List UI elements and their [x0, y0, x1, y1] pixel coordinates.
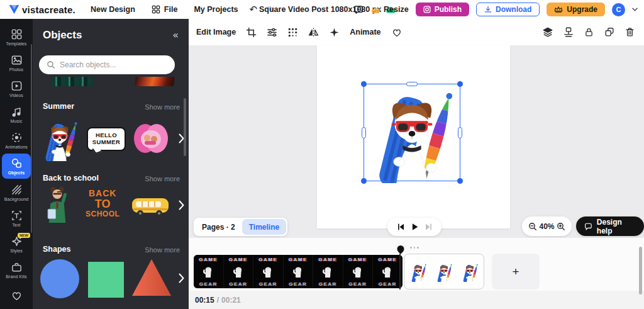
resize-button[interactable]: Resize — [371, 5, 409, 14]
design-help-button[interactable]: Design help — [576, 216, 644, 236]
object-student-sticker[interactable] — [42, 186, 73, 225]
present-icon[interactable] — [353, 4, 364, 15]
film-frame[interactable]: GAMEGEAR — [224, 255, 254, 288]
selection-box[interactable] — [364, 84, 460, 181]
pages-button[interactable]: Pages · 2 — [195, 219, 242, 235]
animate-button[interactable]: Animate — [350, 28, 380, 37]
selection-edge-handle[interactable] — [362, 127, 366, 138]
duplicate-icon[interactable] — [604, 26, 615, 38]
selection-handle[interactable] — [361, 178, 367, 184]
sidebar-item-templates[interactable]: Templates — [2, 24, 31, 50]
layers-icon[interactable] — [542, 26, 553, 38]
play-icon[interactable] — [411, 223, 419, 231]
remove-background-icon[interactable] — [287, 27, 298, 38]
magic-icon[interactable] — [329, 27, 340, 38]
zoom-level[interactable]: 40% — [539, 222, 554, 231]
previous-frame-icon[interactable] — [397, 223, 405, 231]
position-icon[interactable] — [563, 26, 574, 38]
selected-page-thumbnail[interactable] — [404, 254, 484, 289]
publish-button[interactable]: Publish — [416, 3, 469, 16]
show-more-summer[interactable]: Show more — [145, 103, 180, 111]
show-more-back-to-school[interactable]: Show more — [145, 175, 180, 183]
playhead-marker[interactable] — [397, 245, 404, 254]
timeline-button[interactable]: Timeline — [242, 219, 286, 235]
section-title-back-to-school: Back to school — [43, 174, 99, 183]
shape-triangle[interactable] — [131, 258, 172, 300]
new-design-button[interactable]: New Design — [91, 5, 135, 14]
add-page-button[interactable]: + — [492, 254, 540, 289]
show-more-shapes[interactable]: Show more — [145, 246, 180, 254]
selection-edge-handle[interactable] — [458, 127, 462, 138]
flip-icon[interactable] — [308, 27, 319, 38]
filters-icon[interactable] — [267, 27, 277, 38]
object-dog-sticker[interactable] — [38, 117, 82, 164]
next-frame-icon[interactable] — [425, 223, 433, 231]
page-options-icon[interactable] — [410, 247, 419, 249]
my-projects-button[interactable]: My Projects — [194, 5, 238, 14]
sidebar-item-videos[interactable]: Videos — [2, 76, 31, 101]
selection-edge-handle[interactable] — [406, 82, 418, 86]
collapse-panel-icon[interactable]: « — [172, 29, 179, 41]
search-box[interactable] — [39, 55, 175, 74]
object-hello-summer-sticker[interactable]: HELLO SUMMER — [87, 127, 126, 151]
crop-icon[interactable] — [246, 27, 257, 38]
film-frame[interactable]: GAMEGEAR — [253, 255, 284, 288]
zoom-controls: 40% — [522, 216, 572, 236]
delete-icon[interactable] — [625, 26, 635, 38]
selection-handle[interactable] — [457, 178, 463, 184]
object-back-to-school-sticker[interactable]: BACK TO SCHOOL — [86, 189, 119, 218]
zoom-in-icon[interactable] — [557, 222, 565, 231]
video-filmstrip[interactable]: GAMEGEAR GAMEGEAR GAMEGEAR GAMEGEAR GAME… — [194, 255, 402, 288]
design-help-label: Design help — [597, 218, 636, 235]
sidebar-item-brand-kits[interactable]: Brand Kits — [2, 257, 31, 283]
object-bus-sticker[interactable] — [131, 194, 171, 222]
shape-circle[interactable] — [40, 259, 79, 298]
sidebar-item-photos[interactable]: Photos — [2, 50, 31, 76]
sidebar-item-animations[interactable]: Animations — [2, 127, 31, 153]
sidebar-item-music[interactable]: Music — [2, 101, 31, 127]
film-frame[interactable]: GAMEGEAR — [313, 255, 343, 288]
film-frame[interactable]: GAMEGEAR — [373, 255, 402, 288]
object-float-sticker[interactable] — [132, 120, 170, 160]
zoom-out-icon[interactable] — [528, 222, 537, 231]
vistacreate-logo[interactable]: vistacreate. — [9, 4, 75, 15]
upgrade-button[interactable]: Upgrade — [547, 3, 605, 16]
timeline-scrollbar[interactable] — [639, 247, 642, 295]
back-to-school-text: BACK — [86, 189, 119, 198]
sidebar-item-label: Music — [11, 119, 23, 123]
file-menu[interactable]: File — [152, 5, 178, 14]
timecode: 00:15 / 00:21 — [195, 296, 241, 305]
glove-icon — [232, 264, 245, 279]
object-thumbnail-partial[interactable] — [52, 77, 93, 86]
pages-timeline-switcher: Pages · 2 Timeline — [194, 218, 287, 236]
chevron-right-icon[interactable] — [179, 200, 184, 210]
undo-icon[interactable]: ↶ — [250, 5, 258, 14]
sidebar-item-favorites[interactable] — [2, 283, 31, 308]
search-input[interactable] — [60, 60, 160, 69]
film-frame[interactable]: GAMEGEAR — [284, 255, 314, 288]
film-frame-text: GEAR — [259, 281, 277, 287]
sidebar-item-objects[interactable]: Objects — [2, 154, 31, 179]
film-frame[interactable]: GAMEGEAR — [194, 255, 224, 288]
artboard[interactable] — [317, 45, 510, 228]
instagram-icon — [423, 6, 431, 13]
selection-handle[interactable] — [457, 81, 463, 87]
lock-icon[interactable] — [584, 26, 594, 38]
playhead-line[interactable] — [399, 254, 401, 289]
sidebar-item-background[interactable]: Background — [2, 179, 31, 205]
film-frame[interactable]: GAMEGEAR — [343, 255, 374, 288]
sidebar-item-text[interactable]: Text — [2, 205, 31, 231]
selection-handle[interactable] — [361, 81, 367, 87]
object-thumbnail-partial[interactable] — [135, 77, 175, 86]
top-nav: New Design File My Projects — [91, 5, 238, 14]
caret-down-icon[interactable] — [632, 8, 638, 11]
chevron-right-icon[interactable] — [179, 273, 184, 283]
avatar[interactable]: C — [612, 3, 625, 16]
download-button[interactable]: Download — [476, 3, 540, 16]
rail-scrollbar[interactable] — [31, 44, 32, 233]
favorite-heart-icon[interactable] — [391, 27, 402, 38]
sidebar-item-styles[interactable]: NEW Styles — [2, 231, 31, 257]
panel-scrollbar[interactable] — [184, 98, 186, 156]
shape-square[interactable] — [88, 262, 124, 298]
edit-image-button[interactable]: Edit Image — [196, 28, 236, 37]
